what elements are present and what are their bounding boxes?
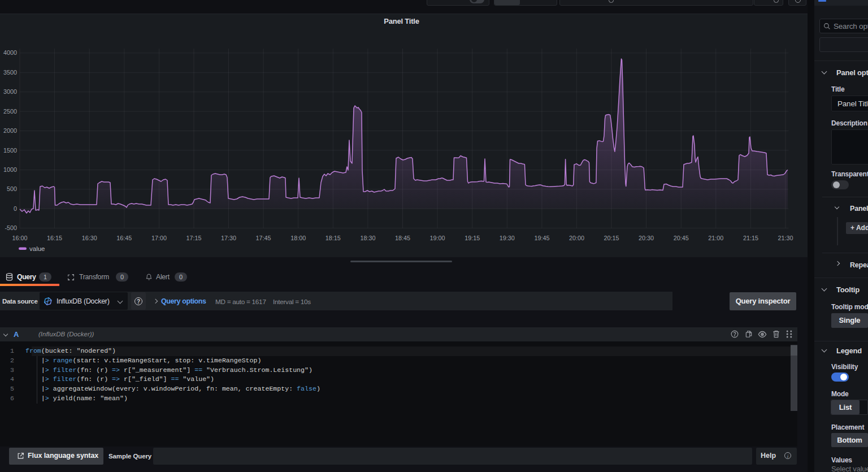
svg-text:20:00: 20:00 bbox=[569, 235, 584, 241]
svg-text:19:45: 19:45 bbox=[534, 235, 549, 241]
svg-text:2000: 2000 bbox=[3, 127, 17, 134]
svg-text:16:15: 16:15 bbox=[47, 235, 62, 241]
svg-text:0: 0 bbox=[14, 205, 17, 212]
svg-text:3500: 3500 bbox=[3, 69, 17, 76]
svg-text:19:15: 19:15 bbox=[465, 235, 480, 241]
svg-text:20:45: 20:45 bbox=[674, 235, 689, 241]
svg-text:4000: 4000 bbox=[3, 49, 17, 56]
svg-text:18:45: 18:45 bbox=[395, 235, 410, 241]
svg-text:18:00: 18:00 bbox=[290, 235, 306, 241]
svg-text:17:00: 17:00 bbox=[151, 235, 167, 241]
svg-text:21:00: 21:00 bbox=[708, 235, 723, 241]
svg-text:19:30: 19:30 bbox=[500, 235, 515, 241]
svg-text:21:30: 21:30 bbox=[778, 235, 793, 241]
svg-text:20:30: 20:30 bbox=[639, 235, 654, 241]
svg-text:16:45: 16:45 bbox=[116, 235, 132, 241]
svg-text:1000: 1000 bbox=[3, 166, 17, 173]
svg-text:20:15: 20:15 bbox=[604, 235, 619, 241]
svg-text:17:15: 17:15 bbox=[186, 235, 201, 241]
svg-text:value: value bbox=[29, 245, 45, 252]
svg-text:2500: 2500 bbox=[3, 108, 17, 115]
svg-text:19:00: 19:00 bbox=[430, 235, 445, 241]
svg-text:3000: 3000 bbox=[3, 88, 17, 95]
svg-text:500: 500 bbox=[7, 185, 17, 192]
svg-text:18:15: 18:15 bbox=[326, 235, 341, 241]
svg-text:17:45: 17:45 bbox=[256, 235, 271, 241]
svg-text:18:30: 18:30 bbox=[360, 235, 375, 241]
svg-text:21:15: 21:15 bbox=[743, 235, 758, 241]
svg-text:16:00: 16:00 bbox=[12, 235, 27, 241]
svg-text:-500: -500 bbox=[5, 224, 17, 231]
svg-text:1500: 1500 bbox=[3, 147, 17, 154]
svg-text:17:30: 17:30 bbox=[221, 235, 236, 241]
svg-text:16:30: 16:30 bbox=[82, 235, 97, 241]
